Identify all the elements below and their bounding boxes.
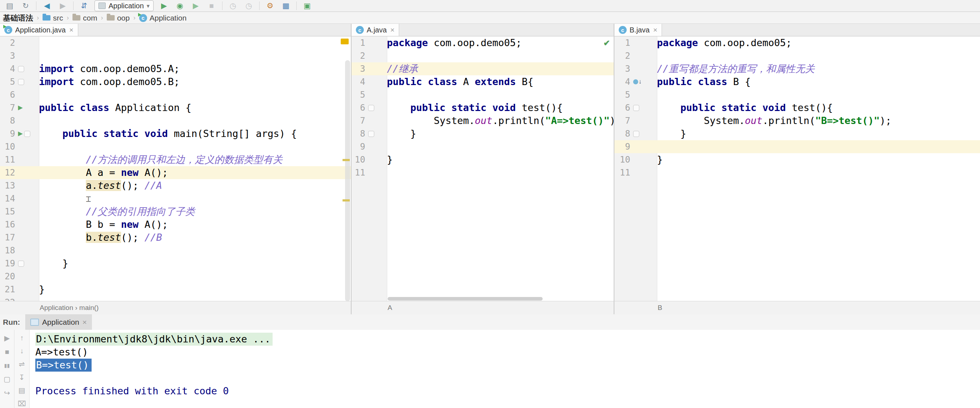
scroll-to-end-icon[interactable]: ↧ — [19, 373, 25, 382]
warning-stripe-mark[interactable] — [342, 159, 350, 161]
clear-console-icon[interactable]: ⌧ — [18, 399, 26, 408]
line-number: 5 — [0, 75, 15, 88]
gutter-icons — [365, 37, 387, 49]
code-line: 9▶ public static void main(String[] args… — [0, 127, 351, 140]
code-text: } — [387, 153, 393, 166]
dump-threads-icon[interactable]: ▢ — [3, 375, 10, 384]
line-number: 1 — [352, 37, 365, 49]
close-icon[interactable]: × — [69, 26, 73, 34]
editor-body[interactable]: 234import com.oop.demo05.A;5import com.o… — [0, 37, 351, 301]
editor-breadcrumb[interactable]: B — [614, 304, 662, 312]
stop-button[interactable]: ■ — [206, 1, 217, 10]
code-text: A a = new A(); — [39, 166, 168, 179]
breadcrumb-oop[interactable]: oop — [107, 14, 130, 22]
fold-marker[interactable] — [633, 131, 639, 137]
close-icon[interactable]: × — [83, 318, 87, 327]
print-icon[interactable]: ▤ — [18, 386, 25, 395]
breadcrumb-com[interactable]: com — [72, 14, 97, 22]
settings-icon[interactable]: ⚙ — [265, 1, 275, 10]
pause-icon[interactable]: ▮▮ — [4, 361, 10, 370]
gutter-icons — [365, 153, 387, 166]
fold-marker[interactable] — [18, 66, 24, 72]
debug-button[interactable]: ◉ — [175, 1, 185, 10]
run-with-coverage-button[interactable]: ▶ — [190, 1, 201, 10]
editor-body[interactable]: 1package com.oop.demo05;23//重写都是方法的重写，和属… — [614, 37, 980, 301]
vertical-scrollbar[interactable] — [345, 60, 350, 301]
close-icon[interactable]: × — [390, 26, 395, 34]
rerun-icon[interactable]: ▶ — [4, 333, 10, 343]
close-icon[interactable]: × — [653, 26, 658, 34]
chevron-right-icon: › — [101, 14, 103, 22]
tab-application-java[interactable]: c Application.java × — [0, 24, 78, 36]
run-window-title: Run: — [0, 318, 25, 327]
tab-b-java[interactable]: c B.java × — [614, 24, 662, 36]
line-number: 7 — [614, 114, 630, 127]
run-button[interactable]: ▶ — [159, 1, 169, 10]
horizontal-scrollbar[interactable] — [388, 297, 542, 301]
code-line: 11 — [614, 166, 980, 179]
code-line: 7▶public class Application { — [0, 101, 351, 114]
overridden-marker-icon[interactable]: ↓ — [633, 75, 642, 88]
line-number: 6 — [0, 88, 15, 101]
fold-marker[interactable] — [368, 131, 374, 137]
line-number: 9 — [352, 140, 365, 153]
run-line-icon[interactable]: ▶ — [18, 101, 23, 114]
line-number: 4 — [352, 75, 365, 88]
fold-marker[interactable] — [633, 105, 639, 111]
fold-marker[interactable] — [18, 260, 24, 267]
editor-body[interactable]: 1package com.oop.demo05;23//继承4public cl… — [352, 37, 614, 301]
down-stack-icon[interactable]: ↓ — [20, 347, 24, 356]
line-number: 2 — [352, 49, 365, 62]
code-line: 4import com.oop.demo05.A; — [0, 62, 351, 75]
profiler-alt-icon[interactable]: ◷ — [243, 1, 254, 10]
chevron-right-icon: › — [67, 14, 69, 22]
line-number: 4 — [0, 62, 15, 75]
fold-marker[interactable] — [368, 105, 374, 111]
editor-breadcrumb[interactable]: Application › main() — [0, 304, 99, 312]
code-text: } — [39, 283, 45, 296]
stop-icon[interactable]: ■ — [5, 347, 9, 356]
code-line: 3//继承 — [352, 62, 614, 75]
fold-marker[interactable] — [18, 79, 24, 85]
folder-icon — [72, 15, 80, 21]
line-number: 6 — [614, 101, 630, 114]
up-stack-icon[interactable]: ↑ — [20, 333, 24, 342]
code-line: 5 — [352, 88, 614, 101]
sync-icon[interactable]: ↻ — [20, 1, 31, 10]
forward-icon[interactable]: ▶ — [57, 1, 68, 10]
sdk-manager-icon[interactable]: ▣ — [302, 1, 313, 10]
back-icon[interactable]: ◀ — [41, 1, 52, 10]
breadcrumb-src[interactable]: src — [43, 14, 63, 22]
code-line: 7 System.out.println("B=>test()"); — [614, 114, 980, 127]
gutter-icons — [15, 114, 39, 127]
editor-breadcrumb[interactable]: A — [352, 304, 392, 312]
gutter-icons: ▶ — [15, 127, 39, 140]
console-output[interactable]: D:\Environment\jdk8\jdk\bin\java.exe ...… — [30, 330, 980, 408]
fold-marker[interactable] — [24, 131, 30, 137]
breadcrumb-project[interactable]: 基础语法 — [3, 13, 33, 23]
tab-a-java[interactable]: c A.java × — [352, 24, 399, 36]
class-icon: c — [356, 26, 364, 34]
code-text: //方法的调用只和左边，定义的数据类型有关 — [39, 153, 283, 166]
file-status-warning-marker — [341, 38, 348, 44]
profiler-icon[interactable]: ◷ — [228, 1, 238, 10]
tab-label: Application.java — [15, 26, 65, 34]
editor-pane-b: c B.java × 1package com.oop.demo05;23//重… — [614, 24, 980, 314]
soft-wrap-icon[interactable]: ⇌ — [19, 360, 25, 369]
gutter-icons — [365, 127, 387, 140]
project-structure-icon[interactable]: ▦ — [280, 1, 291, 10]
code-line: 3//重写都是方法的重写，和属性无关 — [614, 62, 980, 75]
gutter-icons: ▶ — [15, 101, 39, 114]
code-text: public class B { — [657, 75, 751, 88]
save-all-icon[interactable]: ▤ — [4, 1, 15, 10]
attach-icon[interactable]: ↪ — [4, 388, 10, 398]
run-line-icon[interactable]: ▶ — [18, 127, 23, 140]
warning-stripe-mark[interactable] — [342, 199, 350, 202]
gutter-icons — [365, 140, 387, 153]
code-line: 6 — [0, 88, 351, 101]
line-number: 11 — [352, 166, 365, 179]
run-configuration-combo[interactable]: Application ▾ — [94, 0, 154, 11]
run-tab-application[interactable]: Application × — [25, 314, 92, 330]
sort-icon[interactable]: ⇵ — [79, 1, 89, 10]
breadcrumb-class[interactable]: cApplication — [139, 14, 187, 22]
